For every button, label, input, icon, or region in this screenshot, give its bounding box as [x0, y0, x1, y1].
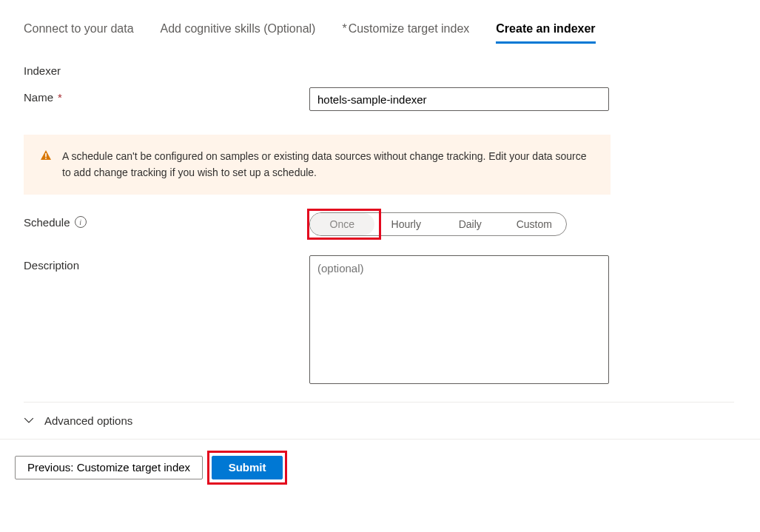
description-label: Description [24, 255, 309, 272]
svg-rect-1 [45, 158, 47, 159]
advanced-options-toggle[interactable]: Advanced options [24, 402, 734, 439]
tab-connect-data[interactable]: Connect to your data [24, 22, 134, 44]
schedule-option-daily[interactable]: Daily [438, 213, 502, 235]
svg-rect-0 [45, 153, 47, 157]
warning-text: A schedule can't be configured on sample… [62, 148, 594, 181]
schedule-warning-banner: A schedule can't be configured on sample… [24, 135, 611, 195]
schedule-option-custom[interactable]: Custom [502, 213, 567, 235]
info-icon[interactable]: i [75, 216, 87, 228]
name-label: Name * [24, 87, 309, 104]
submit-button[interactable]: Submit [212, 456, 283, 479]
schedule-selector: Once Hourly Daily Custom [309, 212, 567, 236]
warning-icon [40, 149, 52, 161]
schedule-label: Schedule i [24, 212, 309, 229]
tab-cognitive-skills[interactable]: Add cognitive skills (Optional) [161, 22, 316, 44]
section-heading-indexer: Indexer [24, 64, 736, 77]
tab-customize-index[interactable]: *Customize target index [342, 22, 469, 44]
modified-indicator: * [342, 22, 346, 35]
schedule-option-hourly[interactable]: Hourly [374, 213, 439, 235]
description-input[interactable] [309, 255, 609, 384]
previous-button[interactable]: Previous: Customize target index [15, 456, 203, 479]
chevron-down-icon [24, 415, 34, 425]
name-input[interactable] [309, 87, 609, 111]
schedule-option-once[interactable]: Once [310, 213, 374, 235]
required-indicator: * [58, 91, 62, 104]
tab-customize-label: Customize target index [349, 22, 470, 35]
wizard-tabs: Connect to your data Add cognitive skill… [24, 22, 736, 44]
tab-create-indexer[interactable]: Create an indexer [496, 22, 595, 44]
wizard-footer: Previous: Customize target index Submit [0, 439, 760, 496]
advanced-options-label: Advanced options [44, 414, 132, 427]
